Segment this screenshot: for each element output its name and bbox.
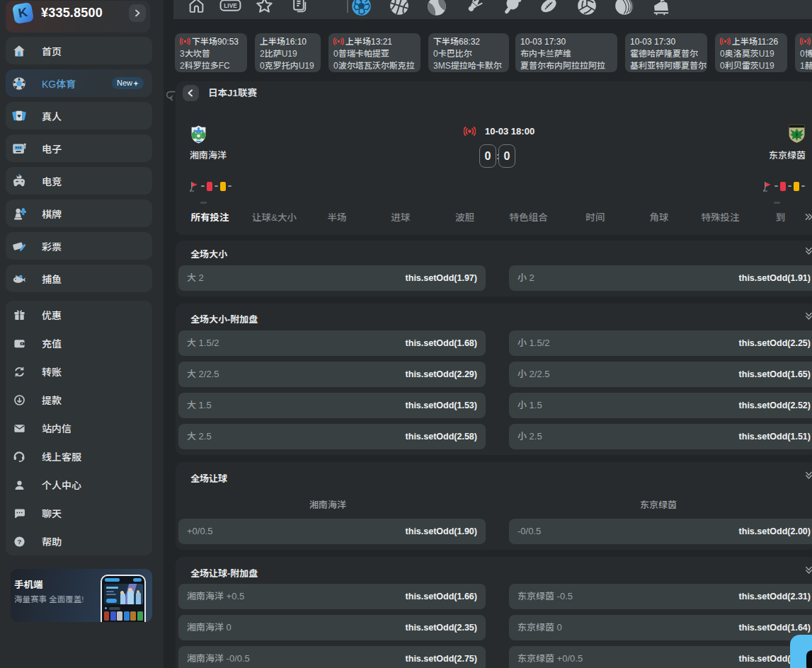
svg-text:?: ?	[17, 537, 21, 545]
svg-text:LIVE: LIVE	[224, 3, 237, 9]
